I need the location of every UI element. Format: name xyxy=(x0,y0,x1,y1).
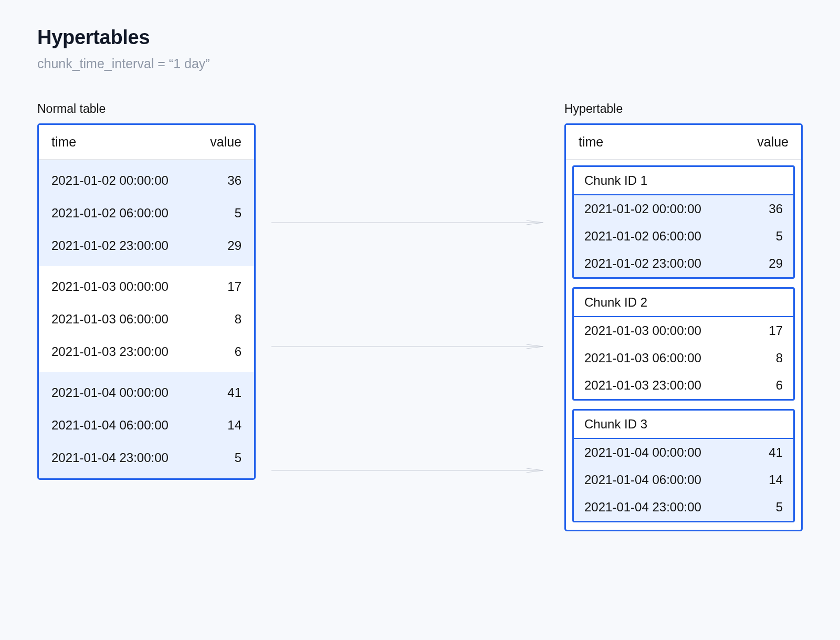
cell-time: 2021-01-04 23:00:00 xyxy=(51,450,169,465)
row-group: 2021-01-02 00:00:00 36 2021-01-02 06:00:… xyxy=(39,160,254,266)
arrow-icon xyxy=(271,342,549,343)
cell-value: 14 xyxy=(227,418,242,433)
chunk-header: Chunk ID 3 xyxy=(574,411,793,439)
table-row: 2021-01-02 00:00:00 36 xyxy=(39,164,254,197)
cell-value: 5 xyxy=(235,450,242,465)
table-row: 2021-01-02 06:00:00 5 xyxy=(39,197,254,229)
cell-value: 41 xyxy=(769,445,783,460)
col-value: value xyxy=(210,134,242,150)
chunk: Chunk ID 1 2021-01-02 00:00:00 36 2021-0… xyxy=(572,165,795,279)
cell-time: 2021-01-02 06:00:00 xyxy=(584,229,701,244)
cell-time: 2021-01-02 23:00:00 xyxy=(51,238,169,253)
row-group: 2021-01-03 00:00:00 17 2021-01-03 06:00:… xyxy=(39,266,254,372)
cell-value: 17 xyxy=(227,279,242,294)
hypertable: time value Chunk ID 1 2021-01-02 00:00:0… xyxy=(564,123,803,531)
col-time: time xyxy=(579,134,603,150)
table-header: time value xyxy=(566,125,801,160)
table-row: 2021-01-03 00:00:00 17 xyxy=(574,317,793,344)
table-row: 2021-01-04 06:00:00 14 xyxy=(39,409,254,442)
chunk-body: 2021-01-04 00:00:00 41 2021-01-04 06:00:… xyxy=(574,439,793,521)
table-row: 2021-01-02 23:00:00 29 xyxy=(574,250,793,277)
table-row: 2021-01-04 00:00:00 41 xyxy=(39,376,254,409)
normal-table-label: Normal table xyxy=(37,102,256,116)
page-title: Hypertables xyxy=(37,26,803,49)
cell-value: 36 xyxy=(769,202,783,216)
table-row: 2021-01-03 23:00:00 6 xyxy=(39,335,254,368)
table-row: 2021-01-02 23:00:00 29 xyxy=(39,229,254,262)
cell-time: 2021-01-02 00:00:00 xyxy=(584,202,701,216)
cell-time: 2021-01-04 00:00:00 xyxy=(51,385,169,400)
page-subtitle: chunk_time_interval = “1 day” xyxy=(37,56,803,71)
cell-time: 2021-01-03 00:00:00 xyxy=(584,323,701,338)
normal-table: time value 2021-01-02 00:00:00 36 2021-0… xyxy=(37,123,256,480)
arrows-column xyxy=(256,102,564,559)
table-row: 2021-01-04 00:00:00 41 xyxy=(574,439,793,466)
chunk-body: 2021-01-03 00:00:00 17 2021-01-03 06:00:… xyxy=(574,317,793,399)
table-row: 2021-01-03 06:00:00 8 xyxy=(574,344,793,372)
chunk-body: 2021-01-02 00:00:00 36 2021-01-02 06:00:… xyxy=(574,195,793,277)
cell-value: 5 xyxy=(776,229,783,244)
table-row: 2021-01-03 23:00:00 6 xyxy=(574,372,793,399)
cell-value: 8 xyxy=(776,351,783,365)
cell-value: 5 xyxy=(776,500,783,515)
normal-table-column: Normal table time value 2021-01-02 00:00… xyxy=(37,102,256,480)
cell-time: 2021-01-04 06:00:00 xyxy=(51,418,169,433)
cell-time: 2021-01-03 06:00:00 xyxy=(584,351,701,365)
cell-time: 2021-01-02 23:00:00 xyxy=(584,256,701,271)
table-row: 2021-01-04 06:00:00 14 xyxy=(574,466,793,494)
cell-value: 6 xyxy=(235,344,242,359)
col-time: time xyxy=(51,134,76,150)
table-row: 2021-01-03 06:00:00 8 xyxy=(39,303,254,335)
cell-time: 2021-01-04 00:00:00 xyxy=(584,445,701,460)
cell-time: 2021-01-03 06:00:00 xyxy=(51,312,169,327)
chunk-header: Chunk ID 2 xyxy=(574,289,793,317)
cell-time: 2021-01-04 06:00:00 xyxy=(584,473,701,487)
cell-time: 2021-01-03 00:00:00 xyxy=(51,279,169,294)
cell-value: 41 xyxy=(227,385,242,400)
arrow-icon xyxy=(271,466,549,467)
arrow-icon xyxy=(271,218,549,219)
table-row: 2021-01-02 00:00:00 36 xyxy=(574,195,793,223)
cell-value: 14 xyxy=(769,473,783,487)
row-group: 2021-01-04 00:00:00 41 2021-01-04 06:00:… xyxy=(39,372,254,478)
cell-time: 2021-01-03 23:00:00 xyxy=(584,378,701,393)
cell-value: 5 xyxy=(235,206,242,221)
cell-time: 2021-01-04 23:00:00 xyxy=(584,500,701,515)
table-row: 2021-01-02 06:00:00 5 xyxy=(574,223,793,250)
cell-value: 29 xyxy=(227,238,242,253)
hypertable-label: Hypertable xyxy=(564,102,803,116)
col-value: value xyxy=(757,134,789,150)
hypertable-column: Hypertable time value Chunk ID 1 2021-01… xyxy=(564,102,803,531)
cell-time: 2021-01-02 06:00:00 xyxy=(51,206,169,221)
table-row: 2021-01-04 23:00:00 5 xyxy=(39,442,254,474)
cell-value: 8 xyxy=(235,312,242,327)
chunk: Chunk ID 3 2021-01-04 00:00:00 41 2021-0… xyxy=(572,409,795,522)
table-row: 2021-01-03 00:00:00 17 xyxy=(39,270,254,303)
cell-time: 2021-01-02 00:00:00 xyxy=(51,173,169,188)
chunk-header: Chunk ID 1 xyxy=(574,167,793,195)
cell-time: 2021-01-03 23:00:00 xyxy=(51,344,169,359)
cell-value: 6 xyxy=(776,378,783,393)
chunk: Chunk ID 2 2021-01-03 00:00:00 17 2021-0… xyxy=(572,287,795,401)
cell-value: 17 xyxy=(769,323,783,338)
cell-value: 29 xyxy=(769,256,783,271)
table-row: 2021-01-04 23:00:00 5 xyxy=(574,494,793,521)
table-header: time value xyxy=(39,125,254,160)
cell-value: 36 xyxy=(227,173,242,188)
